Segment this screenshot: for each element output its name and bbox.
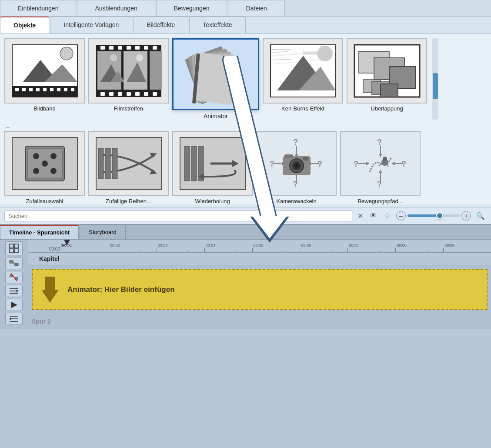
- svg-text:?: ?: [377, 180, 382, 188]
- svg-rect-4: [12, 86, 77, 97]
- tab-bildeffekte[interactable]: Bildeffekte: [133, 17, 188, 33]
- grid-item-filmstreifen[interactable]: Filmstreifen: [88, 38, 169, 112]
- svg-rect-18: [127, 46, 131, 50]
- svg-point-32: [110, 54, 117, 61]
- svg-rect-9: [43, 88, 47, 91]
- svg-marker-114: [391, 162, 395, 165]
- svg-rect-19: [135, 46, 140, 50]
- svg-rect-15: [100, 46, 105, 50]
- svg-rect-122: [10, 244, 13, 248]
- search-bar: ✕ 👁 ☆ – + 🔍: [0, 207, 491, 224]
- tab-timeline-spuransicht[interactable]: Timeline - Spuransicht: [0, 225, 79, 239]
- svg-rect-36: [150, 51, 162, 90]
- wiederholung-label: Wiederholung: [195, 198, 230, 204]
- grid-item-zufaellige-reihenfolge[interactable]: Zufällige Reihen...: [88, 131, 169, 204]
- zoom-out-button[interactable]: –: [396, 211, 406, 221]
- tool-play-icon[interactable]: [5, 299, 23, 311]
- zoom-slider-thumb[interactable]: [436, 212, 443, 219]
- kenburns-label: Ken-Burns-Effekt: [281, 105, 324, 112]
- svg-text:?: ?: [270, 160, 274, 168]
- svg-point-71: [33, 168, 39, 174]
- zoom-in-button[interactable]: +: [461, 211, 471, 221]
- tool-unlink-icon[interactable]: [5, 271, 23, 283]
- grid-item-bewegungspfad[interactable]: ? ? ? ?: [340, 131, 421, 204]
- tab-bewegungen[interactable]: Bewegungen: [156, 0, 227, 16]
- tool-link-icon[interactable]: [5, 257, 23, 269]
- search-eye-button[interactable]: 👁: [368, 211, 379, 221]
- tool-grid-icon[interactable]: [5, 241, 23, 255]
- zoom-slider-track[interactable]: [407, 214, 460, 217]
- zufaellige-reihenfolge-label: Zufällige Reihen...: [106, 198, 151, 204]
- search-star-button[interactable]: ☆: [382, 210, 393, 221]
- svg-rect-125: [14, 249, 18, 253]
- svg-point-52: [317, 46, 333, 61]
- svg-rect-102: [303, 157, 308, 160]
- svg-rect-64: [381, 84, 398, 97]
- zufallsauswahl-label: Zufallsauswahl: [26, 198, 63, 204]
- grid-item-kenburns[interactable]: Ken-Burns-Effekt: [263, 38, 343, 112]
- svg-rect-26: [135, 92, 140, 96]
- svg-rect-17: [118, 46, 122, 50]
- svg-line-54: [303, 51, 317, 52]
- svg-rect-124: [10, 249, 13, 253]
- tab-objekte[interactable]: Objekte: [0, 17, 49, 33]
- tool-bottom-align-icon[interactable]: [5, 313, 23, 325]
- svg-marker-108: [379, 154, 382, 157]
- svg-rect-76: [98, 148, 104, 179]
- svg-rect-98: [284, 154, 293, 158]
- grid-item-animator[interactable]: Animator: [172, 38, 259, 120]
- svg-rect-77: [105, 148, 110, 179]
- section-divider: –: [4, 122, 487, 131]
- tab-ausblendungen[interactable]: Ausblendungen: [77, 0, 155, 16]
- animator-track[interactable]: Animator: Hier Bilder einfügen: [32, 269, 488, 310]
- svg-marker-138: [11, 302, 17, 308]
- tab-row-1: Einblendungen Ausblendungen Bewegungen D…: [0, 0, 491, 17]
- kapitel-row: – Kapitel: [28, 253, 491, 265]
- search-input[interactable]: [4, 211, 352, 221]
- svg-point-118: [383, 157, 387, 161]
- grid-row-2: Zufallsauswahl: [4, 131, 487, 204]
- tab-intelligente-vorlagen[interactable]: Intelligente Vorlagen: [50, 17, 132, 33]
- svg-rect-12: [64, 88, 67, 91]
- grid-item-kamerawackeln[interactable]: ? ? ? ?: [256, 131, 337, 204]
- top-panel: Einblendungen Ausblendungen Bewegungen D…: [0, 0, 491, 224]
- timeline-ruler: ✂ 00:00 00:01 00:02: [28, 240, 491, 253]
- svg-marker-112: [366, 162, 370, 165]
- grid-item-zufallsauswahl[interactable]: Zufallsauswahl: [4, 131, 85, 204]
- grid-item-ueberlappung[interactable]: Überlappung: [347, 38, 427, 112]
- grid-item-wiederholung[interactable]: Wiederholung: [172, 131, 253, 204]
- svg-text:?: ?: [377, 138, 382, 147]
- timeline-tab-bar: Timeline - Spuransicht Storyboard: [0, 225, 491, 240]
- tab-dateien[interactable]: Dateien: [228, 0, 284, 16]
- timeline-container: ✂ 00:00 00:01 00:02: [0, 240, 491, 329]
- svg-rect-23: [109, 92, 114, 96]
- svg-rect-11: [57, 88, 60, 91]
- tab-texteffekte[interactable]: Texteffekte: [189, 17, 245, 33]
- content-grid-area: Bildband: [0, 34, 491, 204]
- tool-align-icon[interactable]: [5, 285, 23, 297]
- filmstreifen-label: Filmstreifen: [114, 105, 143, 112]
- svg-rect-22: [100, 92, 105, 96]
- svg-text:?: ?: [293, 138, 298, 147]
- scrollbar[interactable]: [432, 38, 438, 120]
- tab-storyboard[interactable]: Storyboard: [80, 225, 126, 239]
- svg-point-70: [42, 160, 48, 167]
- tab-row-2: Objekte Intelligente Vorlagen Bildeffekt…: [0, 17, 491, 34]
- spur2-row: Spur 2: [28, 314, 491, 329]
- grid-item-bildband[interactable]: Bildband: [4, 38, 85, 112]
- svg-point-35: [136, 54, 143, 61]
- search-zoom-button[interactable]: 🔍: [474, 211, 487, 221]
- svg-rect-123: [14, 244, 18, 248]
- scroll-thumb[interactable]: [433, 73, 438, 99]
- kapitel-label: Kapitel: [39, 255, 60, 262]
- svg-line-130: [13, 262, 15, 264]
- svg-rect-8: [36, 88, 40, 91]
- search-clear-button[interactable]: ✕: [356, 211, 365, 221]
- svg-rect-81: [191, 146, 197, 181]
- bottom-panel: Timeline - Spuransicht Storyboard: [0, 224, 491, 448]
- svg-rect-78: [112, 148, 117, 179]
- svg-line-56: [271, 52, 288, 52]
- ueberlappung-label: Überlappung: [371, 105, 403, 112]
- svg-rect-6: [22, 88, 26, 91]
- tab-einblendungen[interactable]: Einblendungen: [0, 0, 76, 16]
